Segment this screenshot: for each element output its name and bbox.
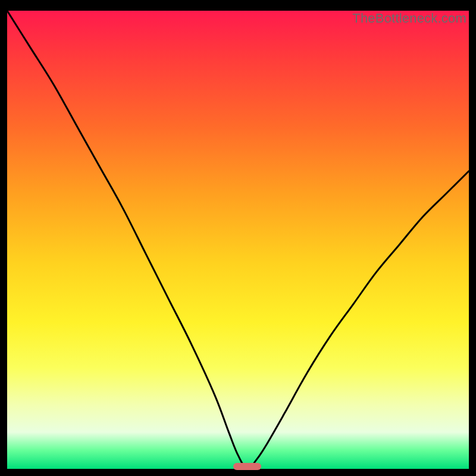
watermark-text: TheBottleneck.com bbox=[352, 11, 466, 26]
optimum-marker bbox=[233, 463, 261, 470]
chart-frame: TheBottleneck.com bbox=[7, 11, 469, 469]
bottleneck-curve bbox=[7, 11, 469, 469]
